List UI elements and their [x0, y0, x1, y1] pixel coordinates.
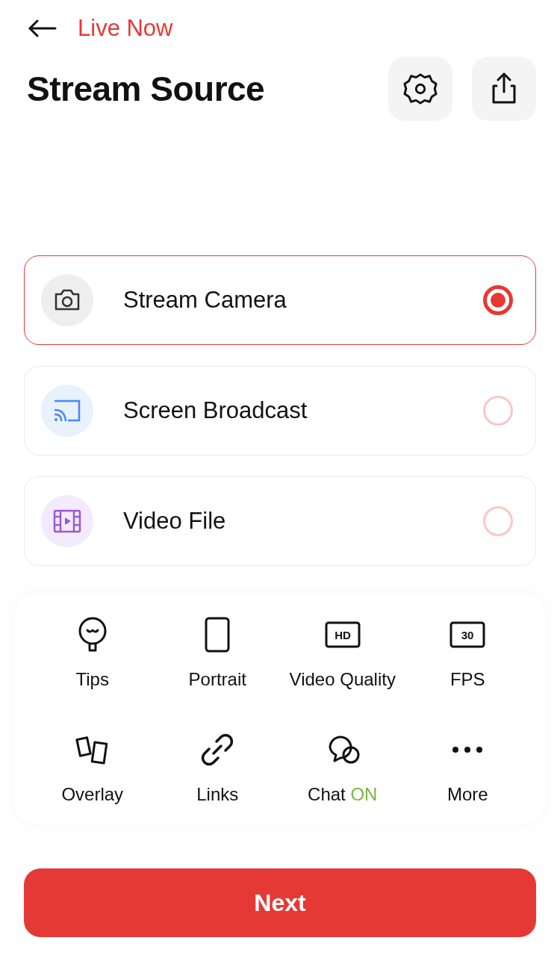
next-button[interactable]: Next: [24, 868, 536, 937]
camera-icon-wrap: [41, 274, 93, 326]
svg-text:HD: HD: [335, 629, 351, 641]
option-video-quality[interactable]: HD Video Quality: [280, 617, 405, 690]
option-fps[interactable]: 30 FPS: [405, 617, 531, 690]
options-panel: Tips Portrait HD Video Quality 30 FPS: [15, 593, 545, 824]
overlay-icon: [75, 733, 110, 767]
film-icon-wrap: [41, 495, 93, 547]
page-title: Stream Source: [27, 69, 264, 109]
share-button[interactable]: [472, 57, 536, 121]
svg-point-27: [476, 747, 482, 753]
source-label: Video File: [123, 508, 453, 535]
option-tips[interactable]: Tips: [30, 617, 155, 690]
back-button[interactable]: [27, 13, 57, 43]
svg-point-4: [55, 418, 57, 421]
radio-selected[interactable]: [483, 285, 513, 315]
option-chat[interactable]: Chat ON: [280, 732, 405, 805]
option-label: Portrait: [189, 669, 246, 690]
portrait-icon: [204, 616, 231, 653]
gear-icon: [403, 72, 438, 106]
camera-icon: [53, 288, 81, 312]
source-option-screen[interactable]: Screen Broadcast: [24, 366, 536, 455]
option-label: Video Quality: [290, 669, 396, 690]
chat-status: ON: [350, 784, 377, 804]
cast-icon: [52, 398, 82, 423]
svg-point-1: [416, 84, 425, 93]
option-more[interactable]: More: [405, 732, 531, 805]
source-label: Stream Camera: [123, 287, 453, 314]
svg-point-26: [464, 747, 470, 753]
film-icon: [52, 509, 82, 534]
svg-rect-22: [77, 738, 90, 756]
live-now-link[interactable]: Live Now: [78, 15, 173, 42]
hd-icon: HD: [325, 621, 361, 648]
svg-point-3: [63, 297, 72, 306]
svg-text:30: 30: [461, 629, 474, 641]
chat-icon: [324, 733, 361, 767]
option-portrait[interactable]: Portrait: [155, 617, 281, 690]
option-overlay[interactable]: Overlay: [30, 732, 155, 805]
source-option-video[interactable]: Video File: [24, 476, 536, 566]
more-icon: [451, 745, 484, 754]
svg-marker-12: [65, 517, 71, 525]
option-label: Tips: [76, 669, 109, 690]
svg-rect-17: [206, 618, 228, 651]
option-links[interactable]: Links: [155, 732, 281, 805]
svg-rect-23: [92, 742, 106, 763]
radio-unselected[interactable]: [483, 506, 513, 536]
cast-icon-wrap: [41, 385, 93, 437]
link-icon: [200, 733, 234, 767]
settings-button[interactable]: [388, 57, 452, 121]
option-label: More: [447, 784, 488, 805]
fps-icon: 30: [449, 621, 485, 648]
option-label: Links: [196, 784, 238, 805]
option-label: Chat ON: [308, 784, 377, 805]
bulb-icon: [77, 616, 108, 653]
option-label: FPS: [450, 669, 485, 690]
share-icon: [489, 72, 519, 105]
source-option-camera[interactable]: Stream Camera: [24, 255, 536, 345]
radio-unselected[interactable]: [483, 396, 513, 426]
arrow-left-icon: [27, 19, 57, 37]
svg-point-25: [452, 747, 458, 753]
source-label: Screen Broadcast: [123, 397, 453, 424]
option-label: Overlay: [61, 784, 123, 805]
